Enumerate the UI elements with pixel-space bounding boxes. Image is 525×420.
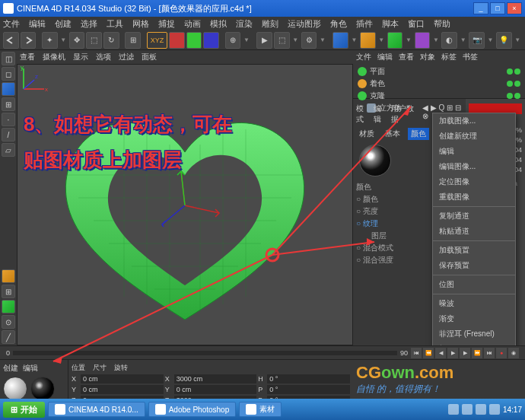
vp-tab-display[interactable]: 显示: [73, 52, 88, 62]
timeline-track[interactable]: [13, 351, 397, 355]
environment-tool[interactable]: ◐: [441, 32, 457, 49]
obj-row-平面[interactable]: 平面: [358, 65, 520, 78]
vp-tab-view[interactable]: 查看: [20, 52, 35, 62]
attr-sub-mat[interactable]: 材质: [356, 128, 377, 140]
ctx-item[interactable]: 编辑: [433, 144, 515, 159]
tray-icon-3[interactable]: [476, 404, 486, 415]
material-ball-2[interactable]: [30, 377, 55, 401]
move-tool[interactable]: ✥: [69, 32, 85, 49]
snap-guide[interactable]: [2, 300, 15, 313]
gen-dropdown[interactable]: ▼: [404, 32, 412, 49]
render-button[interactable]: ▶: [256, 32, 272, 49]
prim-dropdown[interactable]: ▼: [350, 32, 358, 49]
material-ball-1[interactable]: [3, 377, 27, 401]
goto-start[interactable]: ⏮: [411, 348, 422, 358]
polygon-mode[interactable]: ▱: [2, 143, 15, 157]
ctx-item[interactable]: 保存预置: [433, 258, 515, 273]
mat-tab-create[interactable]: 创建: [3, 363, 18, 374]
model-mode[interactable]: ◫: [2, 52, 15, 65]
ctx-item[interactable]: 颜色: [433, 342, 515, 345]
tray-icon-4[interactable]: [489, 404, 500, 415]
tray-icon-2[interactable]: [462, 404, 473, 415]
menu-create[interactable]: 创建: [55, 18, 72, 30]
ctx-item[interactable]: 噪波: [433, 296, 515, 311]
light-dropdown[interactable]: ▼: [514, 32, 522, 49]
timeline-start[interactable]: 0: [6, 349, 10, 357]
vp-tab-filter[interactable]: 过滤: [119, 52, 134, 62]
spline-tool[interactable]: [360, 32, 376, 49]
obj-row-着色[interactable]: 着色: [358, 78, 520, 90]
menu-animate[interactable]: 动画: [184, 18, 201, 30]
maximize-button[interactable]: □: [490, 2, 505, 14]
menu-plugin[interactable]: 插件: [356, 18, 373, 30]
close-button[interactable]: ×: [507, 2, 522, 14]
point-mode[interactable]: ·: [2, 113, 15, 126]
vp-tab-options[interactable]: 选项: [96, 52, 111, 62]
snap-edge[interactable]: ╱: [2, 330, 15, 344]
goto-end[interactable]: ⏭: [484, 348, 495, 358]
attr-tab-mode[interactable]: 模式: [356, 103, 369, 125]
prev-frame[interactable]: ◀: [435, 348, 446, 358]
menu-motion[interactable]: 运动图形: [288, 18, 321, 30]
ctx-item[interactable]: 编辑图像...: [433, 159, 515, 174]
tool-dropdown[interactable]: ▼: [59, 32, 68, 49]
snap-point[interactable]: ⊙: [2, 315, 15, 329]
material-preview-icon[interactable]: [359, 145, 391, 177]
play-button[interactable]: ▶: [447, 348, 458, 358]
ctx-item[interactable]: 加载预置: [433, 243, 515, 258]
menu-file[interactable]: 文件: [3, 18, 20, 30]
vp-tab-camera[interactable]: 摄像机: [43, 52, 65, 62]
menu-select[interactable]: 选择: [81, 18, 97, 30]
prev-key[interactable]: ⏪: [423, 348, 434, 358]
coord-dropdown[interactable]: ▼: [242, 32, 250, 49]
task-item-folder[interactable]: 素材: [239, 402, 282, 417]
render-dot[interactable]: [514, 93, 520, 99]
ctx-item[interactable]: 创建新纹理: [433, 129, 515, 144]
tray-clock[interactable]: 14:17: [503, 406, 522, 414]
scale-tool[interactable]: ⬚: [86, 32, 102, 49]
menu-simulate[interactable]: 模拟: [210, 18, 227, 30]
recent-tool[interactable]: ⊞: [125, 32, 141, 49]
render-dot[interactable]: [514, 81, 520, 87]
texture-mode[interactable]: [2, 82, 15, 96]
coord-cell[interactable]: Y0 cm: [72, 385, 164, 394]
light-tool[interactable]: 💡: [496, 32, 512, 49]
coord-cell[interactable]: H0 °: [258, 374, 350, 383]
render-dot[interactable]: [514, 68, 520, 75]
obj-tab-edit[interactable]: 编辑: [377, 52, 393, 62]
attr-tab-edit[interactable]: 编辑: [374, 103, 387, 125]
rset-dropdown[interactable]: ▼: [318, 32, 326, 49]
env-dropdown[interactable]: ▼: [459, 32, 467, 49]
y-axis-toggle[interactable]: [186, 32, 202, 49]
attr-tab-user[interactable]: 用户数据: [391, 103, 417, 125]
coord-cell[interactable]: P0 °: [258, 385, 350, 394]
x-axis-toggle[interactable]: [169, 32, 185, 49]
obj-tab-file[interactable]: 文件: [356, 52, 371, 62]
primitive-cube[interactable]: [332, 32, 348, 49]
ctx-item[interactable]: 位图: [433, 277, 515, 292]
spline-dropdown[interactable]: ▼: [377, 32, 386, 49]
obj-tab-view[interactable]: 查看: [399, 52, 414, 62]
coord-cell[interactable]: X3000 cm: [165, 374, 257, 383]
minimize-button[interactable]: _: [473, 2, 488, 14]
task-item-ps[interactable]: Adobe Photoshop: [148, 402, 237, 417]
redo-button[interactable]: [21, 32, 37, 49]
coord-cell[interactable]: Y0 cm: [165, 385, 257, 394]
menu-edit[interactable]: 编辑: [29, 18, 46, 30]
cam-dropdown[interactable]: ▼: [486, 32, 495, 49]
menu-help[interactable]: 帮助: [434, 18, 450, 30]
attr-sub-color[interactable]: 颜色: [408, 128, 429, 140]
workplane-mode[interactable]: ⊞: [2, 97, 15, 111]
start-button[interactable]: ⊞ 开始: [3, 402, 45, 418]
menu-win[interactable]: 窗口: [408, 18, 425, 30]
rotate-tool[interactable]: ↻: [103, 32, 119, 49]
visibility-dot[interactable]: [507, 93, 513, 99]
menu-mesh[interactable]: 网格: [132, 18, 149, 30]
menu-snap[interactable]: 捕捉: [158, 18, 175, 30]
ctx-item[interactable]: 定位图像: [433, 174, 515, 189]
record-button[interactable]: ●: [496, 348, 507, 358]
next-key[interactable]: ⏩: [472, 348, 482, 358]
ctx-item[interactable]: 渐变: [433, 311, 515, 326]
task-item-c4d[interactable]: CINEMA 4D R14.0...: [48, 402, 145, 417]
tray-icon-1[interactable]: [448, 404, 459, 415]
